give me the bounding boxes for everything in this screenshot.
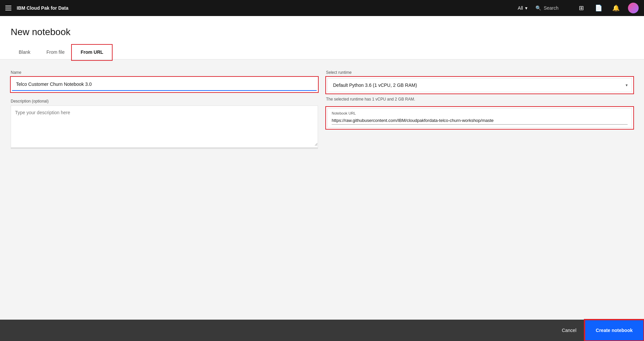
notebook-url-field-group: Notebook URL [326, 107, 633, 129]
document-icon: 📄 [595, 4, 602, 12]
form-left: Name Description (optional) [11, 70, 318, 149]
search-area: All ▾ 🔍 Search [514, 0, 562, 16]
runtime-label: Select runtime [326, 70, 633, 75]
description-field-group: Description (optional) [11, 99, 318, 149]
search-label: Search [544, 5, 558, 11]
name-input[interactable] [12, 78, 317, 91]
brand-name: IBM Cloud Pak for Data [17, 5, 68, 11]
search-box[interactable]: 🔍 Search [531, 0, 562, 16]
create-notebook-button[interactable]: Create notebook [585, 320, 644, 341]
page-title: New notebook [11, 27, 633, 37]
tab-from-file[interactable]: From file [38, 45, 72, 59]
page-header: New notebook [0, 16, 644, 45]
name-label: Name [11, 70, 318, 75]
description-label: Description (optional) [11, 99, 318, 104]
form-grid: Name Description (optional) [11, 70, 633, 149]
tabs-bar: Blank From file From URL [0, 45, 644, 59]
tab-from-url[interactable]: From URL [72, 45, 111, 59]
topnav-icons: ⊞ 📄 🔔 [573, 0, 639, 16]
top-navigation: IBM Cloud Pak for Data All ▾ 🔍 Search ⊞ … [0, 0, 644, 16]
main-content: New notebook Blank From file From URL Na… [0, 16, 644, 320]
runtime-highlight: Default Python 3.6 (1 vCPU, 2 GB RAM) ▾ [326, 77, 633, 94]
url-highlight: Notebook URL [326, 107, 633, 129]
document-icon-button[interactable]: 📄 [591, 0, 607, 16]
bell-icon: 🔔 [612, 4, 620, 12]
hamburger-menu-button[interactable] [5, 6, 11, 10]
tab-blank[interactable]: Blank [11, 45, 38, 59]
bottom-action-bar: Cancel Create notebook [0, 320, 644, 341]
runtime-field-group: Select runtime Default Python 3.6 (1 vCP… [326, 70, 633, 102]
user-avatar[interactable] [628, 3, 639, 13]
apps-icon: ⊞ [579, 4, 584, 12]
form-area: Name Description (optional) [0, 59, 644, 320]
url-label: Notebook URL [332, 111, 628, 115]
resize-handle[interactable] [11, 147, 318, 149]
notification-icon-button[interactable]: 🔔 [608, 0, 624, 16]
url-inner: Notebook URL [327, 108, 632, 128]
runtime-select[interactable]: Default Python 3.6 (1 vCPU, 2 GB RAM) [328, 78, 632, 92]
description-container [11, 106, 318, 149]
chevron-down-icon: ▾ [525, 5, 527, 11]
runtime-select-wrapper: Default Python 3.6 (1 vCPU, 2 GB RAM) ▾ [327, 78, 632, 92]
cancel-button[interactable]: Cancel [554, 320, 585, 341]
name-field-highlight [11, 77, 318, 92]
notebook-url-input[interactable] [332, 117, 628, 125]
all-label: All [518, 5, 523, 11]
name-field-group: Name [11, 70, 318, 92]
hamburger-icon [5, 6, 11, 10]
all-dropdown[interactable]: All ▾ [514, 0, 531, 16]
description-textarea[interactable] [11, 106, 318, 146]
search-icon: 🔍 [535, 5, 541, 11]
apps-icon-button[interactable]: ⊞ [573, 0, 589, 16]
form-right: Select runtime Default Python 3.6 (1 vCP… [326, 70, 633, 129]
runtime-info: The selected runtime has 1 vCPU and 2 GB… [326, 97, 633, 102]
